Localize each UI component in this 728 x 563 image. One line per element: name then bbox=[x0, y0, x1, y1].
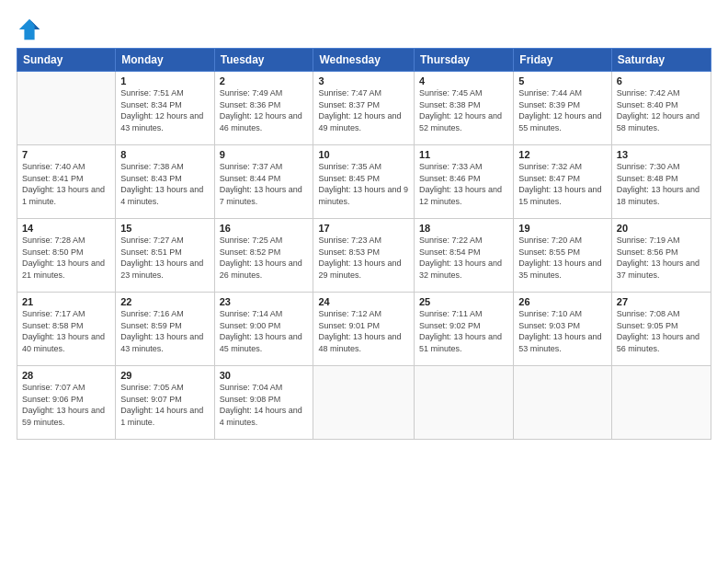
calendar-cell: 24Sunrise: 7:12 AM Sunset: 9:01 PM Dayli… bbox=[313, 293, 415, 366]
day-info: Sunrise: 7:38 AM Sunset: 8:43 PM Dayligh… bbox=[120, 161, 209, 207]
day-info: Sunrise: 7:19 AM Sunset: 8:56 PM Dayligh… bbox=[617, 235, 706, 281]
logo-icon bbox=[17, 17, 42, 42]
day-info: Sunrise: 7:30 AM Sunset: 8:48 PM Dayligh… bbox=[617, 161, 706, 207]
calendar-cell: 30Sunrise: 7:04 AM Sunset: 9:08 PM Dayli… bbox=[214, 366, 313, 440]
day-info: Sunrise: 7:14 AM Sunset: 9:00 PM Dayligh… bbox=[220, 308, 309, 354]
calendar-cell: 13Sunrise: 7:30 AM Sunset: 8:48 PM Dayli… bbox=[611, 145, 711, 219]
day-info: Sunrise: 7:25 AM Sunset: 8:52 PM Dayligh… bbox=[220, 235, 309, 281]
weekday-header: Monday bbox=[116, 49, 214, 72]
day-info: Sunrise: 7:10 AM Sunset: 9:03 PM Dayligh… bbox=[518, 308, 607, 354]
calendar-cell bbox=[17, 72, 116, 145]
day-info: Sunrise: 7:16 AM Sunset: 8:59 PM Dayligh… bbox=[120, 308, 209, 354]
day-info: Sunrise: 7:28 AM Sunset: 8:50 PM Dayligh… bbox=[22, 235, 110, 281]
day-number: 25 bbox=[419, 296, 508, 307]
day-info: Sunrise: 7:07 AM Sunset: 9:06 PM Dayligh… bbox=[22, 382, 110, 428]
day-number: 3 bbox=[318, 75, 409, 86]
calendar-cell: 12Sunrise: 7:32 AM Sunset: 8:47 PM Dayli… bbox=[514, 145, 612, 219]
calendar-week-row: 7Sunrise: 7:40 AM Sunset: 8:41 PM Daylig… bbox=[17, 145, 711, 219]
calendar-cell: 14Sunrise: 7:28 AM Sunset: 8:50 PM Dayli… bbox=[17, 219, 116, 293]
day-number: 12 bbox=[518, 149, 607, 160]
day-info: Sunrise: 7:44 AM Sunset: 8:39 PM Dayligh… bbox=[518, 87, 607, 133]
weekday-header: Saturday bbox=[611, 49, 711, 72]
day-number: 7 bbox=[22, 149, 110, 160]
calendar-cell: 4Sunrise: 7:45 AM Sunset: 8:38 PM Daylig… bbox=[415, 72, 514, 145]
calendar-week-row: 1Sunrise: 7:51 AM Sunset: 8:34 PM Daylig… bbox=[17, 72, 711, 145]
calendar-cell: 7Sunrise: 7:40 AM Sunset: 8:41 PM Daylig… bbox=[17, 145, 116, 219]
calendar-cell: 2Sunrise: 7:49 AM Sunset: 8:36 PM Daylig… bbox=[214, 72, 313, 145]
calendar-cell: 28Sunrise: 7:07 AM Sunset: 9:06 PM Dayli… bbox=[17, 366, 116, 440]
day-info: Sunrise: 7:40 AM Sunset: 8:41 PM Dayligh… bbox=[22, 161, 110, 207]
page: SundayMondayTuesdayWednesdayThursdayFrid… bbox=[0, 0, 728, 563]
day-number: 13 bbox=[617, 149, 706, 160]
day-number: 26 bbox=[518, 296, 607, 307]
weekday-header: Wednesday bbox=[313, 49, 415, 72]
calendar-cell bbox=[514, 366, 612, 440]
day-info: Sunrise: 7:20 AM Sunset: 8:55 PM Dayligh… bbox=[518, 235, 607, 281]
header bbox=[17, 17, 711, 42]
day-number: 17 bbox=[318, 223, 409, 234]
day-number: 22 bbox=[120, 296, 209, 307]
calendar-cell: 18Sunrise: 7:22 AM Sunset: 8:54 PM Dayli… bbox=[415, 219, 514, 293]
day-info: Sunrise: 7:42 AM Sunset: 8:40 PM Dayligh… bbox=[617, 87, 706, 133]
day-info: Sunrise: 7:32 AM Sunset: 8:47 PM Dayligh… bbox=[518, 161, 607, 207]
day-info: Sunrise: 7:12 AM Sunset: 9:01 PM Dayligh… bbox=[318, 308, 409, 354]
day-number: 1 bbox=[120, 75, 209, 86]
day-number: 28 bbox=[22, 370, 110, 381]
calendar-cell: 1Sunrise: 7:51 AM Sunset: 8:34 PM Daylig… bbox=[116, 72, 214, 145]
calendar-cell bbox=[611, 366, 711, 440]
day-number: 23 bbox=[220, 296, 309, 307]
day-number: 15 bbox=[120, 223, 209, 234]
calendar-cell: 8Sunrise: 7:38 AM Sunset: 8:43 PM Daylig… bbox=[116, 145, 214, 219]
weekday-header-row: SundayMondayTuesdayWednesdayThursdayFrid… bbox=[17, 49, 711, 72]
day-number: 27 bbox=[617, 296, 706, 307]
calendar-cell: 22Sunrise: 7:16 AM Sunset: 8:59 PM Dayli… bbox=[116, 293, 214, 366]
calendar-cell: 15Sunrise: 7:27 AM Sunset: 8:51 PM Dayli… bbox=[116, 219, 214, 293]
day-number: 9 bbox=[220, 149, 309, 160]
day-info: Sunrise: 7:04 AM Sunset: 9:08 PM Dayligh… bbox=[220, 382, 309, 428]
day-number: 19 bbox=[518, 223, 607, 234]
day-info: Sunrise: 7:45 AM Sunset: 8:38 PM Dayligh… bbox=[419, 87, 508, 133]
calendar-cell: 21Sunrise: 7:17 AM Sunset: 8:58 PM Dayli… bbox=[17, 293, 116, 366]
day-info: Sunrise: 7:33 AM Sunset: 8:46 PM Dayligh… bbox=[419, 161, 508, 207]
calendar-cell: 19Sunrise: 7:20 AM Sunset: 8:55 PM Dayli… bbox=[514, 219, 612, 293]
day-info: Sunrise: 7:49 AM Sunset: 8:36 PM Dayligh… bbox=[220, 87, 309, 133]
calendar: SundayMondayTuesdayWednesdayThursdayFrid… bbox=[17, 48, 711, 440]
calendar-cell: 3Sunrise: 7:47 AM Sunset: 8:37 PM Daylig… bbox=[313, 72, 415, 145]
calendar-cell: 25Sunrise: 7:11 AM Sunset: 9:02 PM Dayli… bbox=[415, 293, 514, 366]
calendar-cell bbox=[313, 366, 415, 440]
day-number: 14 bbox=[22, 223, 110, 234]
day-number: 18 bbox=[419, 223, 508, 234]
day-info: Sunrise: 7:11 AM Sunset: 9:02 PM Dayligh… bbox=[419, 308, 508, 354]
calendar-cell: 10Sunrise: 7:35 AM Sunset: 8:45 PM Dayli… bbox=[313, 145, 415, 219]
day-info: Sunrise: 7:23 AM Sunset: 8:53 PM Dayligh… bbox=[318, 235, 409, 281]
day-number: 6 bbox=[617, 75, 706, 86]
calendar-cell: 5Sunrise: 7:44 AM Sunset: 8:39 PM Daylig… bbox=[514, 72, 612, 145]
calendar-cell: 9Sunrise: 7:37 AM Sunset: 8:44 PM Daylig… bbox=[214, 145, 313, 219]
day-number: 21 bbox=[22, 296, 110, 307]
calendar-cell: 6Sunrise: 7:42 AM Sunset: 8:40 PM Daylig… bbox=[611, 72, 711, 145]
calendar-cell: 16Sunrise: 7:25 AM Sunset: 8:52 PM Dayli… bbox=[214, 219, 313, 293]
day-info: Sunrise: 7:08 AM Sunset: 9:05 PM Dayligh… bbox=[617, 308, 706, 354]
day-number: 24 bbox=[318, 296, 409, 307]
day-number: 2 bbox=[220, 75, 309, 86]
calendar-cell: 20Sunrise: 7:19 AM Sunset: 8:56 PM Dayli… bbox=[611, 219, 711, 293]
day-number: 11 bbox=[419, 149, 508, 160]
calendar-week-row: 28Sunrise: 7:07 AM Sunset: 9:06 PM Dayli… bbox=[17, 366, 711, 440]
day-number: 30 bbox=[220, 370, 309, 381]
day-info: Sunrise: 7:22 AM Sunset: 8:54 PM Dayligh… bbox=[419, 235, 508, 281]
weekday-header: Sunday bbox=[17, 49, 116, 72]
day-info: Sunrise: 7:37 AM Sunset: 8:44 PM Dayligh… bbox=[220, 161, 309, 207]
day-info: Sunrise: 7:17 AM Sunset: 8:58 PM Dayligh… bbox=[22, 308, 110, 354]
day-number: 20 bbox=[617, 223, 706, 234]
logo bbox=[17, 17, 44, 42]
calendar-week-row: 21Sunrise: 7:17 AM Sunset: 8:58 PM Dayli… bbox=[17, 293, 711, 366]
day-number: 4 bbox=[419, 75, 508, 86]
day-number: 8 bbox=[120, 149, 209, 160]
day-number: 5 bbox=[518, 75, 607, 86]
calendar-cell: 11Sunrise: 7:33 AM Sunset: 8:46 PM Dayli… bbox=[415, 145, 514, 219]
day-info: Sunrise: 7:47 AM Sunset: 8:37 PM Dayligh… bbox=[318, 87, 409, 133]
weekday-header: Thursday bbox=[415, 49, 514, 72]
calendar-cell: 27Sunrise: 7:08 AM Sunset: 9:05 PM Dayli… bbox=[611, 293, 711, 366]
day-info: Sunrise: 7:27 AM Sunset: 8:51 PM Dayligh… bbox=[120, 235, 209, 281]
calendar-cell: 17Sunrise: 7:23 AM Sunset: 8:53 PM Dayli… bbox=[313, 219, 415, 293]
